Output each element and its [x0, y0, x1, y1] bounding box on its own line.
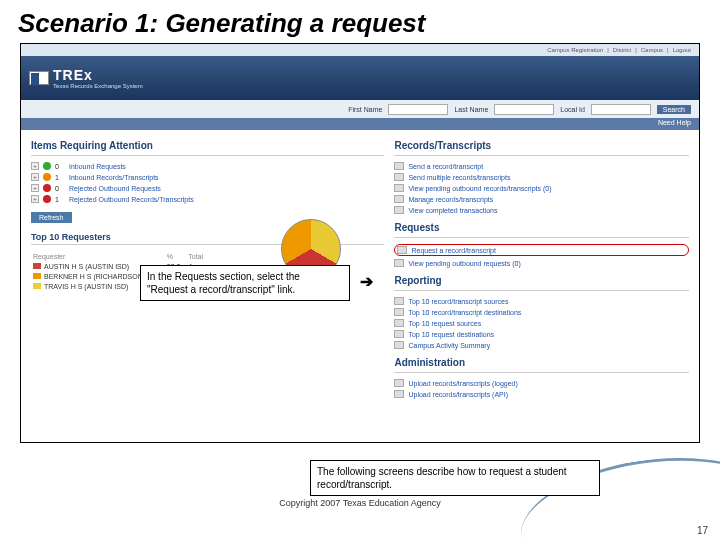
attention-title: Items Requiring Attention — [31, 140, 384, 151]
swatch-icon — [33, 263, 41, 269]
doc-icon — [394, 162, 404, 170]
swatch-icon — [33, 283, 41, 289]
arrow-icon: ➔ — [360, 272, 373, 291]
slide-title: Scenario 1: Generating a request — [0, 0, 720, 43]
help-bar[interactable]: Need Help — [21, 118, 699, 130]
inbound-requests-link[interactable]: Inbound Requests — [69, 163, 126, 170]
page-number: 17 — [697, 525, 708, 536]
report-icon — [394, 308, 404, 316]
request-record-link[interactable]: Request a record/transcript — [411, 247, 495, 254]
report-link[interactable]: Top 10 record/transcript destinations — [408, 309, 521, 316]
upload-icon — [394, 390, 404, 398]
label-last-name: Last Name — [454, 106, 488, 113]
expand-icon[interactable]: + — [31, 195, 39, 203]
reporting-title: Reporting — [394, 275, 689, 286]
local-id-input[interactable] — [591, 104, 651, 115]
send-record-link[interactable]: Send a record/transcript — [408, 163, 483, 170]
search-button[interactable]: Search — [657, 105, 691, 114]
status-dot-green — [43, 162, 51, 170]
view-pending-records-link[interactable]: View pending outbound records/transcript… — [408, 185, 551, 192]
tab-campus[interactable]: Campus — [641, 47, 663, 53]
doc-icon — [394, 259, 404, 267]
instruction-callout: In the Requests section, select the "Req… — [140, 265, 350, 301]
expand-icon[interactable]: + — [31, 162, 39, 170]
label-first-name: First Name — [348, 106, 382, 113]
report-icon — [394, 297, 404, 305]
tab-logout[interactable]: Logout — [673, 47, 691, 53]
doc-icon — [394, 206, 404, 214]
send-multiple-link[interactable]: Send multiple records/transcripts — [408, 174, 510, 181]
tab-district[interactable]: District — [613, 47, 631, 53]
report-icon — [394, 319, 404, 327]
doc-icon — [394, 173, 404, 181]
right-column: Records/Transcripts Send a record/transc… — [394, 136, 689, 434]
status-dot-red — [43, 195, 51, 203]
view-pending-requests-link[interactable]: View pending outbound requests (0) — [408, 260, 520, 267]
brand-name: TREx — [53, 67, 143, 83]
report-link[interactable]: Top 10 request destinations — [408, 331, 494, 338]
upload-icon — [394, 379, 404, 387]
report-icon — [394, 330, 404, 338]
requests-title: Requests — [394, 222, 689, 233]
expand-icon[interactable]: + — [31, 173, 39, 181]
records-title: Records/Transcripts — [394, 140, 689, 151]
banner: TREx Texas Records Exchange System — [21, 56, 699, 100]
first-name-input[interactable] — [388, 104, 448, 115]
doc-icon — [394, 184, 404, 192]
admin-title: Administration — [394, 357, 689, 368]
swatch-icon — [33, 273, 41, 279]
app-screenshot: Campus Registration| District| Campus| L… — [20, 43, 700, 443]
label-local-id: Local Id — [560, 106, 585, 113]
completed-transactions-link[interactable]: View completed transactions — [408, 207, 497, 214]
report-link[interactable]: Campus Activity Summary — [408, 342, 490, 349]
status-dot-red — [43, 184, 51, 192]
texas-flag-icon — [29, 71, 49, 85]
report-link[interactable]: Top 10 record/transcript sources — [408, 298, 508, 305]
rejected-records-link[interactable]: Rejected Outbound Records/Transcripts — [69, 196, 194, 203]
upload-api-link[interactable]: Upload records/transcripts (API) — [408, 391, 508, 398]
upload-logged-link[interactable]: Upload records/transcripts (logged) — [408, 380, 517, 387]
search-bar: First Name Last Name Local Id Search — [21, 100, 699, 118]
brand-subtitle: Texas Records Exchange System — [53, 83, 143, 89]
refresh-button[interactable]: Refresh — [31, 212, 72, 223]
report-link[interactable]: Top 10 request sources — [408, 320, 481, 327]
status-dot-orange — [43, 173, 51, 181]
rejected-requests-link[interactable]: Rejected Outbound Requests — [69, 185, 161, 192]
doc-icon — [397, 246, 407, 254]
top-tabs: Campus Registration| District| Campus| L… — [21, 44, 699, 56]
report-icon — [394, 341, 404, 349]
expand-icon[interactable]: + — [31, 184, 39, 192]
inbound-records-link[interactable]: Inbound Records/Transcripts — [69, 174, 159, 181]
followup-callout: The following screens describe how to re… — [310, 460, 600, 496]
doc-icon — [394, 195, 404, 203]
manage-records-link[interactable]: Manage records/transcripts — [408, 196, 493, 203]
last-name-input[interactable] — [494, 104, 554, 115]
tab-campus-reg[interactable]: Campus Registration — [547, 47, 603, 53]
